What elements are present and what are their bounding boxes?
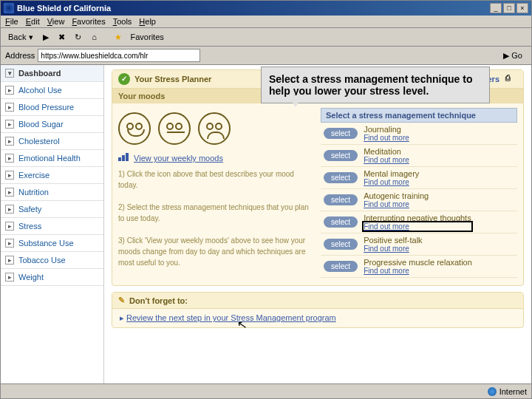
mood-neutral-icon[interactable] [158,112,191,145]
find-out-more-link[interactable]: Find out more [364,245,422,253]
stop-icon[interactable]: ✖ [55,30,69,44]
dont-forget-panel: ✎ Don't forget to: ▸ Review the next ste… [112,292,524,328]
sidebar-item-alcohol-use[interactable]: ▸Alcohol Use [1,82,103,99]
sidebar-item-label: Emotional Health [18,154,81,163]
expand-icon: ▸ [5,188,14,197]
menu-file[interactable]: File [5,17,18,26]
expand-icon: ▸ [5,256,14,265]
address-input[interactable] [38,49,200,62]
window-titlebar: Blue Shield of California _ □ × [1,1,531,16]
sidebar-item-substance-use[interactable]: ▸Substance Use [1,235,103,252]
zone-label: Internet [499,387,527,396]
instruction-callout: Select a stress management technique to … [261,66,490,103]
planner-title: Your Stress Planner [134,75,211,83]
expand-icon: ▸ [5,205,14,214]
forward-icon[interactable]: ▶ [39,30,52,44]
menu-bar: File Edit View Favorites Tools Help [1,16,531,28]
refresh-icon[interactable]: ↻ [72,30,85,44]
expand-icon: ▸ [5,120,14,129]
technique-name: Progressive muscle relaxation [364,258,472,267]
sidebar-item-label: Weight [18,273,44,282]
status-bar: Internet [1,383,531,398]
technique-row: selectProgressive muscle relaxationFind … [321,256,517,278]
technique-name: Journaling [364,125,409,134]
mood-sad-icon[interactable] [198,112,231,145]
sidebar-item-emotional-health[interactable]: ▸Emotional Health [1,150,103,167]
dont-forget-heading: Don't forget to: [129,296,188,305]
select-button[interactable]: select [324,172,358,183]
review-next-step-link[interactable]: Review the next step in your Stress Mana… [126,313,336,322]
find-out-more-link[interactable]: Find out more [364,267,472,275]
weekly-moods-link[interactable]: View your weekly moods [134,154,223,163]
app-icon [4,3,14,13]
menu-edit[interactable]: Edit [26,17,40,26]
sidebar-item-cholesterol[interactable]: ▸Cholesterol [1,133,103,150]
technique-row: selectPositive self-talkFind out more [321,233,517,256]
find-out-more-link[interactable]: Find out more [364,222,471,231]
sidebar-item-blood-sugar[interactable]: ▸Blood Sugar [1,116,103,133]
expand-icon: ▸ [5,137,14,146]
techniques-heading: Select a stress management technique [321,108,517,123]
technique-name: Autogenic training [364,191,429,200]
sidebar-item-tobacco-use[interactable]: ▸Tobacco Use [1,252,103,269]
check-icon: ✓ [118,73,130,85]
select-button[interactable]: select [324,194,358,205]
sidebar-item-label: Substance Use [18,239,74,248]
sidebar-item-label: Exercise [18,171,50,180]
select-button[interactable]: select [324,261,358,272]
sidebar-item-stress[interactable]: ▸Stress [1,218,103,235]
find-out-more-link[interactable]: Find out more [364,178,419,186]
expand-icon: ▸ [5,103,14,112]
sidebar-item-label: Dashboard [18,69,61,78]
expand-icon: ▸ [5,239,14,248]
globe-icon [488,387,497,396]
step-1: 1) Click the icon above that best descri… [118,168,315,191]
favorites-button[interactable]: Favorites [128,31,167,43]
select-button[interactable]: select [324,239,358,250]
print-icon[interactable]: ⎙ [505,73,517,85]
sidebar-item-dashboard[interactable]: ▾Dashboard [1,65,103,82]
sidebar-item-safety[interactable]: ▸Safety [1,201,103,218]
sidebar-item-label: Blood Pressure [18,103,74,112]
expand-icon: ▾ [5,69,14,78]
find-out-more-link[interactable]: Find out more [364,134,409,142]
star-icon: ★ [112,30,125,44]
address-label: Address [5,51,35,60]
mood-happy-icon[interactable] [118,112,151,145]
expand-icon: ▸ [5,171,14,180]
sidebar-item-blood-pressure[interactable]: ▸Blood Pressure [1,99,103,116]
find-out-more-link[interactable]: Find out more [364,200,429,208]
close-button[interactable]: × [516,3,528,13]
menu-help[interactable]: Help [139,17,156,26]
sidebar-item-label: Safety [18,205,41,214]
expand-icon: ▸ [5,86,14,95]
step-2: 2) Select the stress management techniqu… [118,202,315,224]
sidebar-item-exercise[interactable]: ▸Exercise [1,167,103,184]
menu-tools[interactable]: Tools [113,17,132,26]
address-bar: Address ▶ Go [1,47,531,65]
technique-name: Meditation [364,147,409,156]
find-out-more-link[interactable]: Find out more [364,156,409,164]
home-icon[interactable]: ⌂ [88,30,101,44]
maximize-button[interactable]: □ [503,3,515,13]
sidebar-item-label: Stress [18,222,41,231]
expand-icon: ▸ [5,273,14,282]
sidebar-item-label: Tobacco Use [18,256,66,265]
expand-icon: ▸ [5,154,14,163]
menu-favorites[interactable]: Favorites [72,17,105,26]
sidebar-item-weight[interactable]: ▸Weight [1,269,103,286]
bar-chart-icon [118,152,129,161]
menu-view[interactable]: View [47,17,65,26]
technique-row: selectMeditationFind out more [321,145,517,167]
reminder-icon: ✎ [118,296,125,305]
go-button[interactable]: ▶ Go [499,51,527,61]
select-button[interactable]: select [324,150,358,161]
select-button[interactable]: select [324,128,358,139]
step-3: 3) Click 'View your weekly moods' above … [118,235,315,268]
sidebar: ▾Dashboard▸Alcohol Use▸Blood Pressure▸Bl… [1,65,104,383]
sidebar-item-nutrition[interactable]: ▸Nutrition [1,184,103,201]
select-button[interactable]: select [324,216,358,228]
back-button[interactable]: Back ▾ [5,31,36,44]
technique-name: Mental imagery [364,169,419,178]
minimize-button[interactable]: _ [490,3,502,13]
